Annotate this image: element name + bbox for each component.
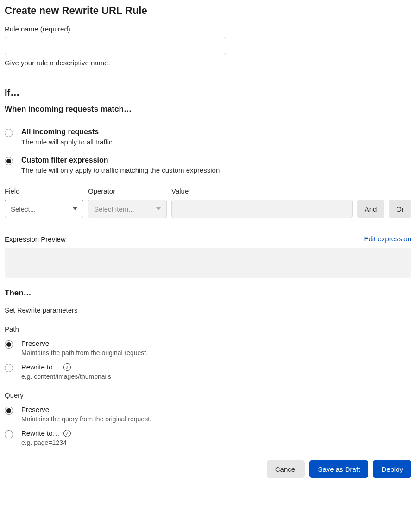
rule-name-input[interactable]: [5, 37, 226, 55]
field-select[interactable]: Select...: [5, 200, 83, 218]
and-button[interactable]: And: [357, 200, 384, 218]
info-icon[interactable]: i: [63, 430, 71, 437]
query-preserve-desc: Maintains the query from the original re…: [21, 415, 411, 423]
query-rewrite-desc: e.g. page=1234: [21, 439, 411, 446]
radio-icon: [5, 129, 13, 137]
page-title: Create new Rewrite URL Rule: [5, 5, 411, 17]
divider: [5, 78, 411, 78]
radio-path-preserve[interactable]: Preserve Maintains the path from the ori…: [5, 339, 411, 357]
query-label: Query: [5, 391, 411, 399]
then-heading: Then…: [5, 288, 411, 298]
radio-all-desc: The rule will apply to all traffic: [21, 138, 411, 146]
radio-path-rewrite[interactable]: Rewrite to… i e.g. content/images/thumbn…: [5, 363, 411, 380]
path-rewrite-desc: e.g. content/images/thumbnails: [21, 373, 411, 380]
path-rewrite-title: Rewrite to…: [21, 363, 60, 371]
operator-select-placeholder: Select item...: [94, 205, 134, 213]
expression-preview-label: Expression Preview: [5, 235, 66, 243]
cancel-button[interactable]: Cancel: [267, 460, 305, 478]
if-subheading: When incoming requests match…: [5, 105, 411, 114]
expression-preview-box: [5, 248, 411, 278]
chevron-down-icon: [156, 207, 161, 210]
chevron-down-icon: [73, 207, 77, 210]
operator-select[interactable]: Select item...: [88, 200, 167, 218]
rule-name-help: Give your rule a descriptive name.: [5, 59, 411, 67]
radio-all-title: All incoming requests: [21, 128, 411, 136]
operator-label: Operator: [88, 187, 167, 195]
radio-icon: [5, 430, 13, 438]
deploy-button[interactable]: Deploy: [373, 460, 411, 478]
save-draft-button[interactable]: Save as Draft: [309, 460, 368, 478]
info-icon[interactable]: i: [63, 363, 71, 371]
radio-icon: [5, 340, 13, 349]
edit-expression-link[interactable]: Edit expression: [364, 235, 411, 243]
value-input[interactable]: [171, 200, 353, 218]
or-button[interactable]: Or: [389, 200, 411, 218]
then-subheading: Set Rewrite parameters: [5, 306, 411, 314]
field-select-placeholder: Select...: [11, 205, 36, 213]
path-label: Path: [5, 325, 411, 333]
if-heading: If…: [5, 88, 411, 98]
radio-custom-title: Custom filter expression: [21, 156, 411, 164]
query-rewrite-title: Rewrite to…: [21, 429, 60, 437]
radio-query-preserve[interactable]: Preserve Maintains the query from the or…: [5, 406, 411, 423]
path-preserve-desc: Maintains the path from the original req…: [21, 349, 411, 357]
radio-icon: [5, 364, 13, 372]
radio-query-rewrite[interactable]: Rewrite to… i e.g. page=1234: [5, 429, 411, 446]
path-preserve-title: Preserve: [21, 339, 411, 347]
radio-icon: [5, 407, 13, 415]
radio-custom-filter[interactable]: Custom filter expression The rule will o…: [5, 156, 411, 174]
radio-icon: [5, 157, 13, 165]
rule-name-label: Rule name (required): [5, 25, 411, 33]
radio-all-requests[interactable]: All incoming requests The rule will appl…: [5, 128, 411, 146]
value-label: Value: [171, 187, 353, 195]
field-label: Field: [5, 187, 83, 195]
query-preserve-title: Preserve: [21, 406, 411, 413]
radio-custom-desc: The rule will only apply to traffic matc…: [21, 166, 411, 174]
